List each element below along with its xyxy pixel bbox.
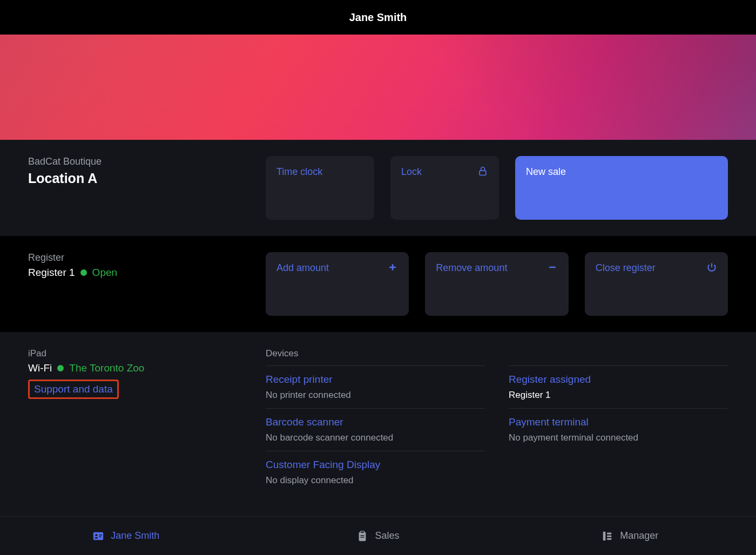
new-sale-button[interactable]: New sale (515, 156, 728, 220)
register-status-line: Register 1 Open (28, 267, 249, 279)
register-status: Open (92, 267, 117, 279)
lock-icon (477, 166, 488, 177)
wifi-status-dot-icon (57, 365, 64, 371)
devices-header: Devices (266, 348, 485, 359)
wifi-label: Wi-Fi (28, 362, 52, 374)
hero-banner (0, 35, 756, 140)
add-amount-button[interactable]: Add amount (266, 252, 409, 316)
lock-button[interactable]: Lock (390, 156, 499, 220)
device-item: Barcode scanner No barcode scanner conne… (266, 408, 485, 451)
register-name: Register 1 (28, 267, 75, 279)
manager-icon (602, 530, 613, 542)
payment-terminal-link[interactable]: Payment terminal (509, 416, 728, 428)
ipad-label: iPad (28, 348, 249, 359)
devices-header-spacer (509, 348, 728, 359)
clipboard-icon (356, 530, 368, 542)
tab-manager[interactable]: Manager (504, 517, 756, 555)
customer-display-link[interactable]: Customer Facing Display (266, 459, 485, 471)
svg-rect-11 (607, 535, 611, 537)
location-name: Location A (28, 171, 249, 186)
svg-rect-10 (607, 532, 611, 534)
minus-icon (547, 262, 558, 273)
tab-manager-label: Manager (620, 530, 658, 542)
add-amount-label: Add amount (276, 262, 329, 274)
status-dot-icon (80, 269, 87, 276)
barcode-scanner-status: No barcode scanner connected (266, 432, 485, 443)
tab-sales-label: Sales (375, 530, 399, 542)
svg-point-2 (96, 534, 98, 536)
profile-card-icon (92, 530, 104, 542)
device-item: Customer Facing Display No display conne… (266, 451, 485, 493)
svg-rect-7 (361, 535, 364, 536)
receipt-printer-link[interactable]: Receipt printer (266, 374, 485, 385)
page-title: Jane Smith (349, 11, 407, 24)
device-item: Register assigned Register 1 (509, 366, 728, 408)
store-name: BadCat Boutique (28, 156, 249, 167)
store-section: BadCat Boutique Location A Time clock Lo… (0, 140, 756, 236)
remove-amount-button[interactable]: Remove amount (425, 252, 568, 316)
new-sale-label: New sale (526, 166, 566, 178)
wifi-line: Wi-Fi The Toronto Zoo (28, 362, 249, 374)
wifi-network-name: The Toronto Zoo (69, 362, 144, 374)
svg-rect-8 (361, 537, 364, 537)
payment-terminal-status: No payment terminal connected (509, 432, 728, 443)
svg-rect-9 (603, 531, 606, 540)
time-clock-label: Time clock (276, 166, 322, 178)
svg-rect-6 (361, 531, 364, 533)
receipt-printer-status: No printer connected (266, 390, 485, 401)
register-label: Register (28, 252, 249, 263)
svg-rect-12 (607, 538, 611, 539)
close-register-button[interactable]: Close register (585, 252, 728, 316)
tab-profile[interactable]: Jane Smith (0, 517, 252, 555)
lock-label: Lock (401, 166, 422, 178)
svg-rect-0 (480, 171, 486, 175)
plus-icon (387, 262, 398, 273)
tab-profile-label: Jane Smith (111, 530, 159, 542)
tab-sales[interactable]: Sales (252, 517, 504, 555)
device-item: Receipt printer No printer connected (266, 366, 485, 408)
power-icon (706, 262, 717, 273)
close-register-label: Close register (596, 262, 656, 274)
svg-rect-1 (93, 532, 103, 540)
svg-rect-3 (99, 534, 102, 535)
bottom-bar: Jane Smith Sales Manager (0, 516, 756, 555)
top-bar: Jane Smith (0, 0, 756, 35)
barcode-scanner-link[interactable]: Barcode scanner (266, 416, 485, 428)
customer-display-status: No display connected (266, 475, 485, 486)
devices-section: iPad Wi-Fi The Toronto Zoo Support and d… (0, 332, 756, 516)
device-item: Payment terminal No payment terminal con… (509, 408, 728, 451)
register-section: Register Register 1 Open Add amount Remo… (0, 236, 756, 332)
register-assigned-link[interactable]: Register assigned (509, 374, 728, 385)
svg-rect-4 (99, 536, 102, 537)
support-and-data-link[interactable]: Support and data (28, 380, 119, 399)
time-clock-button[interactable]: Time clock (266, 156, 374, 220)
remove-amount-label: Remove amount (436, 262, 507, 274)
register-assigned-value: Register 1 (509, 390, 728, 401)
